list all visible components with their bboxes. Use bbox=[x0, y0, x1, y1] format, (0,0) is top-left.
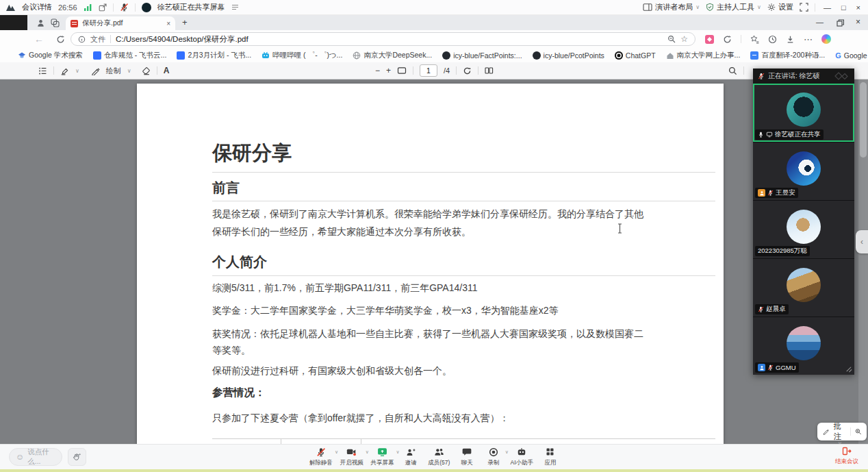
pdf-scrollbar-thumb[interactable] bbox=[860, 82, 867, 158]
magnifier-plus-icon[interactable] bbox=[855, 427, 862, 436]
annotate-toolbar[interactable]: 批注 bbox=[817, 423, 867, 440]
meeting-details-button[interactable]: 会议详情 bbox=[22, 2, 52, 12]
history-icon[interactable] bbox=[768, 35, 777, 44]
video-tile[interactable]: 徐艺硕正在共享 bbox=[753, 84, 854, 142]
info-icon[interactable] bbox=[78, 36, 86, 43]
participant-panel[interactable]: 正在讲话: 徐艺硕 徐艺硕正在共享 bbox=[753, 69, 854, 375]
search-icon[interactable] bbox=[728, 66, 737, 75]
chevron-down-icon[interactable]: ∨ bbox=[127, 68, 131, 74]
favorite-star-icon[interactable]: ☆ bbox=[680, 34, 688, 44]
open-in-new-icon[interactable] bbox=[99, 3, 107, 12]
chevron-down-icon[interactable]: ∨ bbox=[396, 449, 399, 455]
browser-restore-button[interactable] bbox=[837, 19, 844, 27]
unmute-button[interactable]: 解除静音 ∨ bbox=[309, 447, 333, 469]
share-screen-button[interactable]: 共享屏幕 ∨ bbox=[371, 447, 394, 469]
chevron-down-icon[interactable]: ∨ bbox=[505, 449, 509, 455]
end-meeting-button[interactable]: 结束会议 bbox=[835, 447, 858, 466]
panel-collapse-handle[interactable]: ‹ bbox=[856, 230, 868, 253]
participant-name: 赵晨卓 bbox=[766, 305, 786, 314]
browser-close-button[interactable]: × bbox=[856, 17, 860, 27]
bookmark-item[interactable]: Google 学术搜索 bbox=[18, 51, 83, 60]
bookmark-item[interactable]: 2月3月计划 - 飞书... bbox=[177, 51, 251, 60]
bookmark-item[interactable]: icy-blue/PcotPoints bbox=[533, 51, 604, 60]
ai-assistant-button[interactable]: AI小助手 bbox=[511, 447, 534, 469]
doc-rule bbox=[212, 172, 715, 173]
browser-minimize-button[interactable]: — bbox=[816, 18, 824, 26]
bookmark-item[interactable]: 哔哩哔哩 ( ゜- ゜)つ... bbox=[261, 51, 342, 60]
close-button[interactable]: × bbox=[854, 3, 863, 12]
bookmark-item[interactable]: 南京大学DeepSeek... bbox=[353, 51, 432, 60]
page-view-icon[interactable] bbox=[485, 66, 494, 75]
address-bar[interactable]: 文件 C:/Users/54904/Desktop/保研分享.pdf ☆ bbox=[71, 32, 695, 46]
highlighter-icon[interactable] bbox=[60, 66, 69, 75]
browser-essentials-icon[interactable] bbox=[723, 35, 732, 44]
chat-button[interactable]: 聊天 bbox=[457, 447, 476, 469]
button-label: 聊天 bbox=[461, 459, 473, 467]
draw-pen-icon[interactable] bbox=[91, 66, 100, 75]
draw-label[interactable]: 绘制 bbox=[106, 66, 121, 76]
fit-page-icon[interactable] bbox=[397, 66, 407, 75]
fullscreen-icon[interactable] bbox=[800, 3, 808, 12]
sharing-user-avatar bbox=[142, 3, 151, 12]
doc-paragraph: 我是徐艺硕，保研到了南京大学计算机系。很荣幸能给学弟学妹们分享保研经历。我的分享… bbox=[212, 208, 643, 221]
bookmark-item[interactable]: 南京大学网上办事... bbox=[666, 51, 741, 60]
video-tile[interactable]: 赵晨卓 bbox=[753, 258, 854, 316]
video-tile[interactable]: GGMU bbox=[753, 316, 854, 375]
bookmark-item[interactable]: GGoogle bbox=[835, 51, 867, 60]
sharing-status-label: 徐艺硕正在共享屏幕 bbox=[157, 2, 225, 12]
url-text[interactable]: C:/Users/54904/Desktop/保研分享.pdf bbox=[116, 34, 248, 45]
members-button[interactable]: 成员(57) bbox=[428, 447, 450, 469]
chevron-down-icon[interactable]: ∨ bbox=[335, 449, 338, 455]
back-icon[interactable]: ← bbox=[34, 34, 44, 45]
panel-resize-handle[interactable] bbox=[845, 365, 852, 373]
browser-profile-icon[interactable] bbox=[36, 18, 45, 27]
settings-button[interactable]: 设置 bbox=[767, 2, 793, 12]
maximize-button[interactable]: □ bbox=[839, 3, 848, 12]
bookmark-label: 南京大学DeepSeek... bbox=[363, 51, 432, 60]
zoom-out-button[interactable]: − bbox=[375, 66, 380, 75]
raise-hand-button[interactable] bbox=[68, 448, 86, 466]
workspaces-icon[interactable] bbox=[51, 18, 60, 27]
video-tile[interactable]: 2022302985万聪 bbox=[753, 200, 854, 258]
bookmark-item[interactable]: ChatGPT bbox=[615, 51, 656, 60]
host-tools-button[interactable]: 主持人工具 ∨ bbox=[706, 2, 761, 12]
new-tab-button[interactable]: + bbox=[182, 17, 188, 27]
mic-muted-icon[interactable] bbox=[120, 3, 129, 12]
browser-tab[interactable]: 保研分享.pdf × bbox=[66, 16, 175, 30]
host-tools-label: 主持人工具 bbox=[717, 2, 754, 12]
speaker-layout-button[interactable]: 演讲者布局 ∨ bbox=[643, 2, 700, 12]
minimize-button[interactable]: — bbox=[821, 3, 833, 12]
copilot-icon[interactable] bbox=[821, 34, 831, 44]
start-video-button[interactable]: 开启视频 ∨ bbox=[340, 447, 363, 469]
bookmark-item[interactable]: icy-blue/FactPoints:... bbox=[442, 51, 522, 60]
apps-button[interactable]: 应用 bbox=[541, 447, 560, 469]
read-aloud-icon[interactable]: A bbox=[164, 66, 170, 75]
speaker-layout-label: 演讲者布局 bbox=[655, 2, 693, 12]
chat-input[interactable]: ☺ 说点什么... bbox=[9, 448, 62, 466]
invite-button[interactable]: 邀请 bbox=[401, 447, 420, 469]
pdf-page[interactable]: 保研分享 前言 我是徐艺硕，保研到了南京大学计算机系。很荣幸能给学弟学妹们分享保… bbox=[137, 84, 724, 444]
bookmarks-overflow-chevron[interactable]: › bbox=[816, 50, 819, 60]
chevron-down-icon[interactable]: ∨ bbox=[75, 68, 79, 74]
zoom-in-button[interactable]: + bbox=[386, 66, 391, 75]
pdf-scrollbar-track[interactable] bbox=[858, 79, 868, 444]
rotate-icon[interactable] bbox=[463, 66, 472, 75]
more-menu-icon[interactable]: ⋯ bbox=[804, 34, 813, 45]
tab-close-icon[interactable]: × bbox=[166, 20, 170, 27]
downloads-icon[interactable] bbox=[786, 35, 795, 44]
panel-header[interactable]: 正在讲话: 徐艺硕 bbox=[753, 69, 854, 84]
eraser-icon[interactable] bbox=[142, 66, 151, 75]
reload-icon[interactable] bbox=[56, 35, 65, 44]
toc-icon[interactable] bbox=[38, 66, 47, 75]
extension-icon[interactable] bbox=[705, 35, 714, 44]
page-number-input[interactable]: 1 bbox=[420, 64, 437, 77]
record-icon bbox=[489, 447, 498, 457]
favorites-bar-icon[interactable] bbox=[750, 35, 759, 44]
bookmark-item[interactable]: 百度翻译-200种语... bbox=[750, 51, 825, 60]
pdf-viewer[interactable]: 保研分享 前言 我是徐艺硕，保研到了南京大学计算机系。很荣幸能给学弟学妹们分享保… bbox=[0, 79, 868, 444]
bookmark-item[interactable]: 仓库规范 - 飞书云... bbox=[93, 51, 167, 60]
record-button[interactable]: 录制 ∨ bbox=[484, 447, 503, 469]
video-tile[interactable]: 王昱安 bbox=[753, 142, 854, 200]
zoom-level-icon[interactable] bbox=[667, 35, 676, 43]
chevron-down-icon[interactable]: ∨ bbox=[366, 449, 369, 455]
